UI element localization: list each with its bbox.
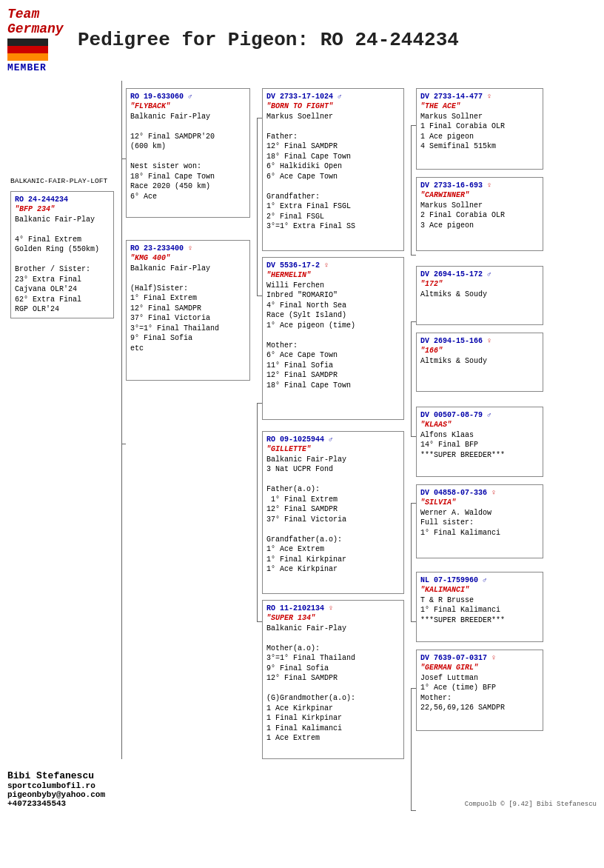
- logo: Team Germany MEMBER: [7, 7, 67, 73]
- ds-info: Balkanic Fair-Play3 Nat UCPR FondFather(…: [266, 455, 400, 575]
- flag-gold: [7, 53, 48, 61]
- dssd-id: DV 04858-07-336: [420, 489, 487, 497]
- ds-sd-box: DV 04858-07-336 ♀ "SILVIA" Werner A. Wal…: [416, 484, 543, 558]
- dam-box: RO 23-233400 ♀ "KMG 400" Balkanic Fair-P…: [126, 240, 250, 381]
- sd-ss-box: DV 2694-15-172 ♂ "172" Altmiks & Soudy: [416, 266, 543, 325]
- dam-name: "KMG 400": [130, 253, 246, 264]
- sire-dam-box: DV 5536-17-2 ♀ "HERMELIN" Willi FerchenI…: [262, 257, 404, 420]
- page-wrapper: Team Germany MEMBER Pedigree for Pigeon:…: [7, 7, 597, 808]
- dd-info: Balkanic Fair-PlayMother(a.o):3°=1° Fina…: [266, 624, 400, 744]
- ssss-info: Markus Sollner1 Final Corabia OLR1 Ace p…: [420, 112, 539, 152]
- dd-id: RO 11-2102134: [266, 604, 324, 612]
- ddss-id: NL 07-1759960: [420, 576, 478, 584]
- dsss-info: Alfons Klaas14° Final BFP***SUPER BREEDE…: [420, 430, 539, 461]
- flag-red: [7, 46, 48, 53]
- ddss-info: T & R Brusse1° Final Kalimanci***SUPER B…: [420, 595, 539, 626]
- logo-flag: [7, 39, 48, 61]
- ddsd-name: "GERMAN GIRL": [420, 663, 539, 673]
- dsss-id: DV 00507-08-79: [420, 411, 483, 419]
- logo-team: Team Germany: [7, 7, 67, 37]
- sdss-info: Altmiks & Soudy: [420, 290, 539, 300]
- ddsd-info: Josef Luttman1° Ace (time) BFPMother:22,…: [420, 673, 539, 713]
- ds-name: "GILLETTE": [266, 444, 400, 455]
- sssd-id: DV 2733-16-693: [420, 181, 483, 190]
- ddss-name: "KALIMANCI": [420, 585, 539, 595]
- dssd-info: Werner A. WaldowFull sister:1° Final Kal…: [420, 508, 539, 538]
- root-name: "BFP 234": [15, 204, 110, 215]
- sd-info: Willi FerchenInbred "ROMARIO"4° Final No…: [266, 281, 400, 391]
- dam-gender: ♀: [188, 244, 192, 253]
- sssd-name: "CARWINNER": [420, 190, 539, 201]
- ss-ss-box: DV 2733-14-477 ♀ "THE ACE" Markus Sollne…: [416, 88, 543, 170]
- footer: Bibi Stefanescu sportcolumbofil.ro pigeo…: [7, 770, 597, 808]
- ssss-name: "THE ACE": [420, 101, 539, 112]
- ss-info: Markus SoellnerFather:12° Final SAMDPR18…: [266, 112, 400, 232]
- ss-id: DV 2733-17-1024: [266, 93, 333, 101]
- dd-sd-box: DV 7639-07-0317 ♀ "GERMAN GIRL" Josef Lu…: [416, 650, 543, 731]
- sire-sire-box: DV 2733-17-1024 ♂ "BORN TO FIGHT" Markus…: [262, 88, 404, 251]
- ssss-id: DV 2733-14-477: [420, 93, 483, 101]
- sire-gender: ♂: [188, 93, 192, 101]
- sd-sd-box: DV 2694-15-166 ♀ "166" Altmiks & Soudy: [416, 333, 543, 392]
- root-id: RO 24-244234: [15, 195, 110, 205]
- footer-owner: Bibi Stefanescu sportcolumbofil.ro pigeo…: [7, 770, 105, 808]
- footer-credit: Compuolb © [9.42] Bibi Stefanescu: [465, 801, 597, 808]
- sdsd-info: Altmiks & Soudy: [420, 356, 539, 367]
- ds-id: RO 09-1025944: [266, 435, 324, 444]
- sd-name: "HERMELIN": [266, 270, 400, 281]
- sdss-name: "172": [420, 279, 539, 290]
- dsss-name: "KLAAS": [420, 420, 539, 430]
- loft-label: BALKANIC-FAIR-PLAY-LOFT: [10, 177, 117, 185]
- sdss-id: DV 2694-15-172: [420, 270, 483, 278]
- ds-ss-box: DV 00507-08-79 ♂ "KLAAS" Alfons Klaas14°…: [416, 407, 543, 477]
- ddsd-id: DV 7639-07-0317: [420, 654, 487, 662]
- dam-id: RO 23-233400: [130, 244, 184, 253]
- sire-name: "FLYBACK": [130, 101, 246, 112]
- root-info: Balkanic Fair-Play4° Final ExtremGolden …: [15, 215, 110, 315]
- dd-ss-box: NL 07-1759960 ♂ "KALIMANCI" T & R Brusse…: [416, 572, 543, 642]
- dam-sire-box: RO 09-1025944 ♂ "GILLETTE" Balkanic Fair…: [262, 431, 404, 594]
- sire-id: RO 19-633060: [130, 93, 184, 101]
- dam-dam-box: RO 11-2102134 ♀ "SUPER 134" Balkanic Fai…: [262, 600, 404, 759]
- ss-name: "BORN TO FIGHT": [266, 101, 400, 112]
- dssd-name: "SILVIA": [420, 498, 539, 508]
- sire-info: Balkanic Fair-Play12° Final SAMDPR'20(60…: [130, 112, 246, 202]
- sdsd-id: DV 2694-15-166: [420, 337, 483, 345]
- dd-name: "SUPER 134": [266, 613, 400, 624]
- logo-member: MEMBER: [7, 62, 67, 73]
- dam-info: Balkanic Fair-Play(Half)Sister:1° Final …: [130, 264, 246, 354]
- sire-box: RO 19-633060 ♂ "FLYBACK" Balkanic Fair-P…: [126, 88, 250, 218]
- ss-sd-box: DV 2733-16-693 ♀ "CARWINNER" Markus Soll…: [416, 177, 543, 251]
- flag-black: [7, 39, 48, 46]
- header: Team Germany MEMBER Pedigree for Pigeon:…: [7, 7, 597, 73]
- root-pigeon-box: RO 24-244234 "BFP 234" Balkanic Fair-Pla…: [10, 191, 114, 318]
- sd-id: DV 5536-17-2: [266, 261, 320, 270]
- page-title: Pedigree for Pigeon: RO 24-244234: [78, 29, 459, 51]
- sssd-info: Markus Sollner2 Final Corabia OLR3 Ace p…: [420, 201, 539, 231]
- sdsd-name: "166": [420, 346, 539, 356]
